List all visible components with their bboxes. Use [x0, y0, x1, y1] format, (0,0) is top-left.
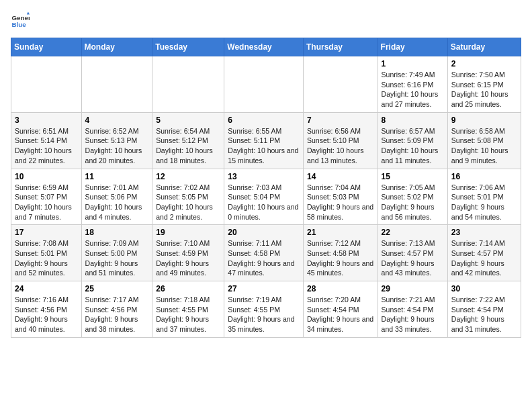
- day-number: 5: [156, 116, 220, 125]
- day-info: Sunrise: 7:03 AM Sunset: 5:04 PM Dayligh…: [228, 183, 300, 222]
- weekday-header: Tuesday: [152, 38, 224, 56]
- day-info: Sunrise: 6:58 AM Sunset: 5:08 PM Dayligh…: [451, 126, 517, 166]
- day-number: 13: [228, 172, 300, 181]
- calendar-row: 1Sunrise: 7:49 AM Sunset: 6:16 PM Daylig…: [11, 56, 521, 113]
- day-info: Sunrise: 7:14 AM Sunset: 4:57 PM Dayligh…: [451, 238, 517, 278]
- day-info: Sunrise: 6:57 AM Sunset: 5:09 PM Dayligh…: [382, 126, 444, 166]
- calendar-row: 24Sunrise: 7:16 AM Sunset: 4:56 PM Dayli…: [11, 281, 521, 338]
- day-info: Sunrise: 7:04 AM Sunset: 5:03 PM Dayligh…: [307, 183, 374, 222]
- day-number: 23: [451, 228, 517, 237]
- weekday-header: Friday: [378, 38, 447, 56]
- calendar-cell: 2Sunrise: 7:50 AM Sunset: 6:15 PM Daylig…: [447, 56, 521, 113]
- day-number: 10: [15, 172, 78, 181]
- day-number: 29: [382, 284, 444, 293]
- calendar-cell: 8Sunrise: 6:57 AM Sunset: 5:09 PM Daylig…: [378, 112, 447, 169]
- day-info: Sunrise: 7:11 AM Sunset: 4:58 PM Dayligh…: [228, 238, 300, 278]
- calendar-cell: 22Sunrise: 7:13 AM Sunset: 4:57 PM Dayli…: [378, 225, 447, 281]
- day-number: 4: [85, 116, 149, 125]
- header: General Blue: [11, 11, 521, 30]
- calendar-cell: 16Sunrise: 7:06 AM Sunset: 5:01 PM Dayli…: [447, 169, 521, 225]
- calendar-table: SundayMondayTuesdayWednesdayThursdayFrid…: [11, 38, 521, 338]
- calendar-row: 3Sunrise: 6:51 AM Sunset: 5:14 PM Daylig…: [11, 112, 521, 169]
- calendar-row: 10Sunrise: 6:59 AM Sunset: 5:07 PM Dayli…: [11, 169, 521, 225]
- calendar-cell: 11Sunrise: 7:01 AM Sunset: 5:06 PM Dayli…: [81, 169, 152, 225]
- calendar-cell: [224, 56, 304, 113]
- calendar-cell: 3Sunrise: 6:51 AM Sunset: 5:14 PM Daylig…: [11, 112, 82, 169]
- day-number: 20: [228, 228, 300, 237]
- day-number: 1: [382, 59, 444, 68]
- day-info: Sunrise: 6:59 AM Sunset: 5:07 PM Dayligh…: [15, 183, 78, 222]
- calendar-cell: 10Sunrise: 6:59 AM Sunset: 5:07 PM Dayli…: [11, 169, 82, 225]
- day-info: Sunrise: 7:09 AM Sunset: 5:00 PM Dayligh…: [85, 238, 149, 278]
- calendar-cell: 7Sunrise: 6:56 AM Sunset: 5:10 PM Daylig…: [303, 112, 378, 169]
- calendar-cell: 28Sunrise: 7:20 AM Sunset: 4:54 PM Dayli…: [303, 281, 378, 338]
- calendar-cell: [152, 56, 224, 113]
- day-info: Sunrise: 7:17 AM Sunset: 4:56 PM Dayligh…: [85, 295, 149, 334]
- day-info: Sunrise: 6:56 AM Sunset: 5:10 PM Dayligh…: [307, 126, 374, 166]
- weekday-header: Wednesday: [224, 38, 304, 56]
- day-info: Sunrise: 7:19 AM Sunset: 4:55 PM Dayligh…: [228, 295, 300, 334]
- day-number: 22: [382, 228, 444, 237]
- day-number: 21: [307, 228, 374, 237]
- calendar-header: SundayMondayTuesdayWednesdayThursdayFrid…: [11, 38, 521, 56]
- calendar-cell: 20Sunrise: 7:11 AM Sunset: 4:58 PM Dayli…: [224, 225, 304, 281]
- day-info: Sunrise: 7:06 AM Sunset: 5:01 PM Dayligh…: [451, 183, 517, 222]
- svg-marker-2: [27, 11, 30, 14]
- calendar-row: 17Sunrise: 7:08 AM Sunset: 5:01 PM Dayli…: [11, 225, 521, 281]
- day-number: 15: [382, 172, 444, 181]
- calendar-cell: 12Sunrise: 7:02 AM Sunset: 5:05 PM Dayli…: [152, 169, 224, 225]
- day-number: 2: [451, 59, 517, 68]
- day-info: Sunrise: 6:55 AM Sunset: 5:11 PM Dayligh…: [228, 126, 300, 166]
- day-info: Sunrise: 7:01 AM Sunset: 5:06 PM Dayligh…: [85, 183, 149, 222]
- calendar-cell: 6Sunrise: 6:55 AM Sunset: 5:11 PM Daylig…: [224, 112, 304, 169]
- day-number: 14: [307, 172, 374, 181]
- calendar-cell: [11, 56, 82, 113]
- calendar-cell: 21Sunrise: 7:12 AM Sunset: 4:58 PM Dayli…: [303, 225, 378, 281]
- calendar-cell: 4Sunrise: 6:52 AM Sunset: 5:13 PM Daylig…: [81, 112, 152, 169]
- calendar-cell: 1Sunrise: 7:49 AM Sunset: 6:16 PM Daylig…: [378, 56, 447, 113]
- day-number: 11: [85, 172, 149, 181]
- calendar-cell: 15Sunrise: 7:05 AM Sunset: 5:02 PM Dayli…: [378, 169, 447, 225]
- calendar-cell: 23Sunrise: 7:14 AM Sunset: 4:57 PM Dayli…: [447, 225, 521, 281]
- day-info: Sunrise: 7:08 AM Sunset: 5:01 PM Dayligh…: [15, 238, 78, 278]
- day-number: 27: [228, 284, 300, 293]
- calendar-cell: 26Sunrise: 7:18 AM Sunset: 4:55 PM Dayli…: [152, 281, 224, 338]
- day-info: Sunrise: 7:16 AM Sunset: 4:56 PM Dayligh…: [15, 295, 78, 334]
- day-info: Sunrise: 7:05 AM Sunset: 5:02 PM Dayligh…: [382, 183, 444, 222]
- calendar-cell: 24Sunrise: 7:16 AM Sunset: 4:56 PM Dayli…: [11, 281, 82, 338]
- day-number: 8: [382, 116, 444, 125]
- day-info: Sunrise: 7:18 AM Sunset: 4:55 PM Dayligh…: [156, 295, 220, 334]
- day-number: 28: [307, 284, 374, 293]
- day-info: Sunrise: 7:10 AM Sunset: 4:59 PM Dayligh…: [156, 238, 220, 278]
- day-info: Sunrise: 7:49 AM Sunset: 6:16 PM Dayligh…: [382, 70, 444, 109]
- day-number: 16: [451, 172, 517, 181]
- day-info: Sunrise: 7:22 AM Sunset: 4:54 PM Dayligh…: [451, 295, 517, 334]
- calendar-cell: 25Sunrise: 7:17 AM Sunset: 4:56 PM Dayli…: [81, 281, 152, 338]
- day-info: Sunrise: 7:12 AM Sunset: 4:58 PM Dayligh…: [307, 238, 374, 278]
- calendar-cell: 27Sunrise: 7:19 AM Sunset: 4:55 PM Dayli…: [224, 281, 304, 338]
- day-number: 30: [451, 284, 517, 293]
- logo: General Blue: [11, 11, 32, 30]
- calendar-cell: 18Sunrise: 7:09 AM Sunset: 5:00 PM Dayli…: [81, 225, 152, 281]
- day-number: 3: [15, 116, 78, 125]
- weekday-header: Thursday: [303, 38, 378, 56]
- calendar-cell: 14Sunrise: 7:04 AM Sunset: 5:03 PM Dayli…: [303, 169, 378, 225]
- calendar-cell: 9Sunrise: 6:58 AM Sunset: 5:08 PM Daylig…: [447, 112, 521, 169]
- day-number: 19: [156, 228, 220, 237]
- day-info: Sunrise: 7:20 AM Sunset: 4:54 PM Dayligh…: [307, 295, 374, 334]
- day-info: Sunrise: 6:52 AM Sunset: 5:13 PM Dayligh…: [85, 126, 149, 166]
- day-number: 7: [307, 116, 374, 125]
- day-info: Sunrise: 7:50 AM Sunset: 6:15 PM Dayligh…: [451, 70, 517, 109]
- weekday-header: Monday: [81, 38, 152, 56]
- calendar-cell: 5Sunrise: 6:54 AM Sunset: 5:12 PM Daylig…: [152, 112, 224, 169]
- calendar-cell: 19Sunrise: 7:10 AM Sunset: 4:59 PM Dayli…: [152, 225, 224, 281]
- day-number: 24: [15, 284, 78, 293]
- day-info: Sunrise: 7:21 AM Sunset: 4:54 PM Dayligh…: [382, 295, 444, 334]
- day-info: Sunrise: 6:51 AM Sunset: 5:14 PM Dayligh…: [15, 126, 78, 166]
- calendar-cell: 13Sunrise: 7:03 AM Sunset: 5:04 PM Dayli…: [224, 169, 304, 225]
- header-row: SundayMondayTuesdayWednesdayThursdayFrid…: [11, 38, 521, 56]
- day-info: Sunrise: 6:54 AM Sunset: 5:12 PM Dayligh…: [156, 126, 220, 166]
- day-number: 18: [85, 228, 149, 237]
- day-info: Sunrise: 7:02 AM Sunset: 5:05 PM Dayligh…: [156, 183, 220, 222]
- weekday-header: Sunday: [11, 38, 82, 56]
